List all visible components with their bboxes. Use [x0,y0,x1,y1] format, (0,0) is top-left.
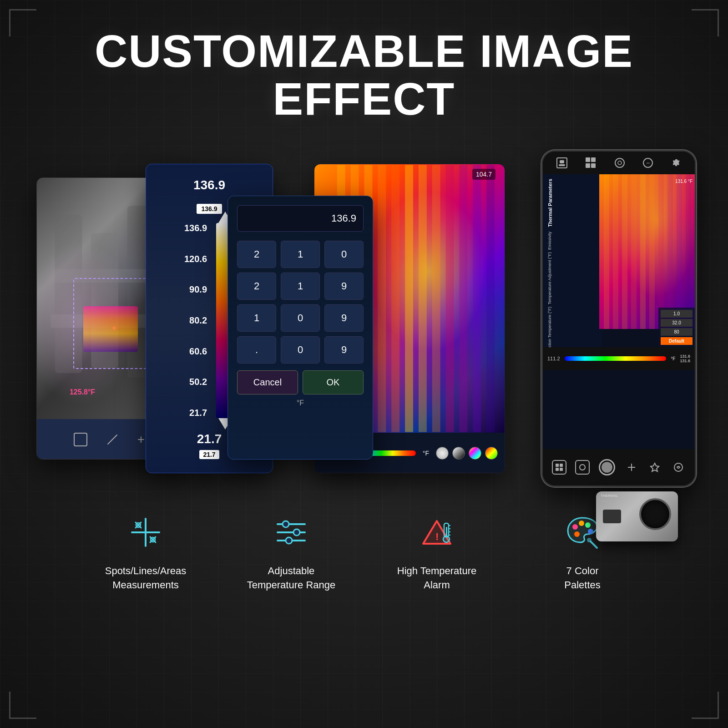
keypad-btn-1c[interactable]: 1 [237,304,276,332]
palette-white[interactable] [436,447,449,460]
add-tool-icon[interactable]: + [137,432,145,447]
svg-point-62 [579,521,584,526]
keypad-btn-9b[interactable]: 9 [324,304,364,332]
adjustable-icon [268,510,314,555]
phone-bottom-icon3[interactable] [624,460,639,475]
svg-rect-14 [459,165,467,432]
phone-val3: 80 [661,328,693,336]
svg-rect-27 [667,174,673,329]
phone-temp-bar: 111.2 °F 131.6 131.6 [543,347,695,370]
feature-adjustable-label: AdjustableTemperature Range [247,564,335,592]
scale-label-3: 80.2 [189,315,207,326]
svg-rect-56 [446,527,447,537]
svg-rect-12 [432,165,440,432]
palette-color[interactable] [485,447,498,460]
phone-bottom-icon2[interactable] [575,460,590,475]
phone-temp-low-label: 111.2 [547,356,560,361]
keypad-btn-2b[interactable]: 2 [237,273,276,300]
svg-point-63 [585,522,591,528]
card-keypad: 136.9 2 1 0 2 1 9 1 0 9 . 0 9 Cancel OK … [228,196,373,460]
svg-rect-15 [473,165,481,432]
scale-label-4: 60.6 [189,346,207,357]
keypad-btn-9c[interactable]: 9 [324,336,364,364]
scale-top-value: 136.9 [193,178,225,192]
unit-label: °F [237,399,364,407]
phone-val2: 32.0 [661,319,693,327]
svg-rect-16 [486,165,495,432]
header: CUSTOMIZABLE IMAGE EFFECT [95,27,633,123]
keypad-btn-0b[interactable]: 0 [281,304,320,332]
phone-capture-button[interactable] [599,459,615,475]
keypad-number-grid[interactable]: 2 1 0 2 1 9 1 0 9 . 0 9 [237,241,364,364]
keypad-btn-1a[interactable]: 1 [281,241,320,268]
svg-rect-11 [419,165,427,432]
phone-bottom-icon1[interactable] [552,460,566,475]
phone-icon-minus: − [643,158,653,168]
svg-rect-29 [686,174,691,329]
svg-rect-22 [622,174,627,329]
phone-temp-high: 131.6 °F [675,179,693,184]
param1-label: Emissivity [547,232,552,250]
camera-sensor [603,510,621,523]
keypad-btn-dot[interactable]: . [237,336,276,364]
keypad-btn-9a[interactable]: 9 [324,273,364,300]
temperature-label-pink: 125.8°F [70,388,95,396]
svg-rect-20 [604,174,609,329]
phone-icon-loop [615,158,625,168]
temp-unit: °F [423,450,429,457]
svg-rect-31 [560,464,563,467]
palette-rainbow[interactable] [469,447,481,460]
svg-point-50 [283,521,289,527]
keypad-action-buttons: Cancel OK [237,370,364,394]
keypad-btn-1b[interactable]: 1 [281,273,320,300]
feature-spots-lines-areas: Spots/Lines/Areas Measurements [100,510,191,592]
line-tool-icon[interactable] [107,435,117,445]
keypad-btn-2a[interactable]: 2 [237,241,276,268]
features-section: Spots/Lines/Areas Measurements Adjustabl… [64,510,664,592]
phone-temp-gradient [565,356,667,361]
cancel-button[interactable]: Cancel [237,370,298,394]
cards-area: 125.8°F + 136.9 136.9 136.9 120.6 90.9 8… [23,141,705,496]
phone-bottom-icon4[interactable] [647,460,662,475]
spots-lines-icon [123,510,168,555]
keypad-btn-0a[interactable]: 0 [324,241,364,268]
svg-rect-28 [677,174,682,329]
phone-temp-vals: 131.6 131.6 [680,354,690,363]
default-button[interactable]: Default [661,337,693,345]
param2-label: Temperature Adjustment (°F) [547,252,552,304]
params-title: Thermal Parameters [547,179,553,227]
rectangle-tool-icon[interactable] [74,433,87,446]
svg-rect-0 [55,215,82,373]
card-phone-mockup: − Thermal Parameters Emissivity Temperat… [541,150,696,487]
svg-rect-1 [91,233,118,369]
palette-bw[interactable] [452,447,465,460]
alarm-icon: ! [414,510,460,555]
phone-icon-gear [671,158,681,168]
scale-bottom-tag: 21.7 [199,450,219,459]
phone-thermal-area: Thermal Parameters Emissivity Temperatur… [543,174,695,347]
keypad-btn-0c[interactable]: 0 [281,336,320,364]
scale-label-5: 50.2 [189,377,207,387]
phone-temp-unit: °F [671,356,675,361]
scale-labels: 136.9 120.6 90.9 80.2 60.6 50.2 21.7 [184,223,207,418]
svg-rect-13 [446,165,454,432]
feature-palette-label: 7 ColorPalettes [564,564,601,592]
palette-selector [436,447,498,460]
phone-thermal-right [599,174,695,329]
svg-rect-18 [559,164,565,166]
phone-screen: − Thermal Parameters Emissivity Temperat… [543,152,695,485]
svg-point-67 [587,538,592,542]
scale-label-2: 90.9 [189,284,207,295]
ok-button[interactable]: OK [303,370,364,394]
svg-rect-24 [640,174,646,329]
feature-high-temp-alarm: ! High TemperatureAlarm [391,510,482,592]
phone-params-panel: Thermal Parameters Emissivity Temperatur… [543,174,602,347]
camera-lens [639,498,671,530]
scale-label-0: 136.9 [184,223,207,233]
svg-rect-23 [631,174,637,329]
thermal-camera-accessory: THERMAL IMAGING [596,491,678,541]
svg-text:!: ! [435,531,439,542]
phone-bottom-bar [543,449,695,485]
page-content: CUSTOMIZABLE IMAGE EFFECT [0,0,728,728]
phone-bottom-icon5[interactable] [671,460,686,475]
